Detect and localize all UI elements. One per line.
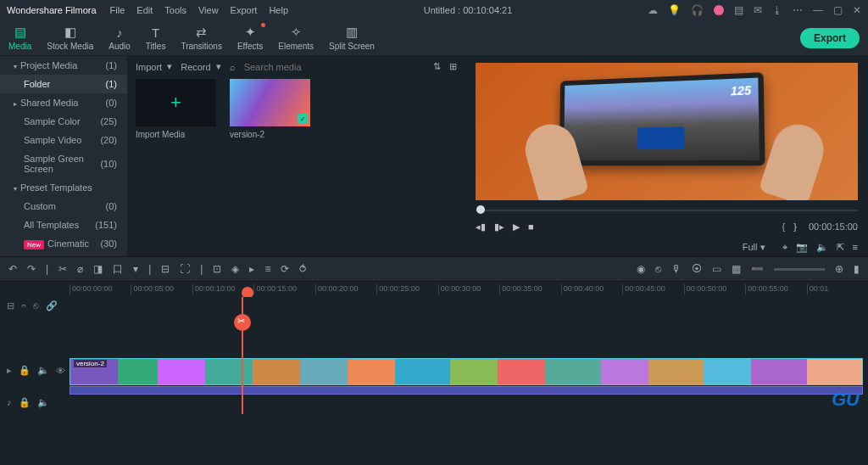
nav-button[interactable]: ▸	[249, 263, 254, 275]
tab-stock-media[interactable]: ◧Stock Media	[47, 25, 93, 51]
audio-clip[interactable]	[70, 386, 863, 395]
scrub-bar[interactable]	[476, 204, 858, 216]
crop-button[interactable]: ◨	[93, 263, 103, 275]
account-icon[interactable]	[714, 5, 724, 15]
filter-icon[interactable]: ⇅	[433, 61, 441, 72]
sidebar-item-custom[interactable]: Custom(0)	[0, 197, 127, 216]
sidebar-item-shared-media[interactable]: ▸Shared Media(0)	[0, 93, 127, 112]
lock-icon[interactable]: 🔒	[19, 365, 31, 376]
cloud-icon[interactable]: ☁	[648, 4, 658, 16]
delete-button[interactable]: ⌀	[77, 263, 83, 275]
cursor-icon[interactable]: ⌖	[782, 242, 787, 253]
message-icon[interactable]: ✉	[754, 4, 762, 16]
menu-help[interactable]: Help	[269, 5, 288, 15]
stop-button[interactable]: ■	[528, 221, 534, 232]
menu-view[interactable]: View	[198, 5, 219, 15]
keyframe-button[interactable]: ◈	[231, 263, 239, 275]
import-dropdown[interactable]: Import▾	[136, 61, 172, 72]
timeline-ruler[interactable]: 00:00:00:00 00:00:05:00 00:00:10:00 00:0…	[0, 282, 868, 297]
visibility-icon[interactable]: 👁	[56, 366, 65, 376]
sidebar-item-sample-video[interactable]: Sample Video(20)	[0, 131, 127, 149]
mark-out-icon[interactable]: }	[793, 221, 797, 232]
export-button[interactable]: Export	[800, 28, 860, 48]
fit-icon[interactable]: ▭	[712, 263, 721, 275]
menu-export[interactable]: Export	[231, 5, 258, 15]
mixer-button[interactable]: ≡	[264, 263, 270, 275]
sidebar-item-instagram-story[interactable]: HOTInstagram Story(8)	[0, 253, 127, 256]
sidebar-item-sample-color[interactable]: Sample Color(25)	[0, 112, 127, 131]
import-media-tile[interactable]: + Import Media	[136, 79, 216, 139]
tab-transitions[interactable]: ⇄Transitions	[181, 25, 222, 51]
mute-icon[interactable]: 🔈	[37, 397, 49, 408]
headset-icon[interactable]: 🎧	[691, 4, 704, 16]
cut-button[interactable]: ✂	[58, 263, 67, 275]
speed-button[interactable]: 口	[113, 262, 123, 277]
snapshot-icon[interactable]: 📷	[796, 242, 808, 253]
track-toggle-icon[interactable]: ▸	[7, 365, 12, 376]
menu-file[interactable]: File	[110, 5, 125, 15]
sidebar-item-preset-templates[interactable]: ▾Preset Templates	[0, 178, 127, 197]
tracks-icon[interactable]: ▦	[732, 263, 741, 275]
close-button[interactable]: ✕	[853, 4, 861, 16]
redo-button[interactable]: ↷	[27, 263, 36, 275]
preview-viewport[interactable]: 125	[476, 63, 858, 200]
sidebar-item-cinematic[interactable]: NewCinematic(30)	[0, 234, 127, 253]
sidebar-item-project-media[interactable]: ▾Project Media(1)	[0, 56, 127, 75]
notes-icon[interactable]: ▤	[734, 4, 743, 16]
maximize-button[interactable]: ▢	[833, 4, 843, 16]
zoom-out-button[interactable]: ➖	[751, 263, 764, 275]
play-button[interactable]: ▶	[513, 221, 520, 232]
step-back-button[interactable]: ◂▮	[476, 221, 486, 232]
link-icon[interactable]: 🔗	[46, 300, 58, 311]
lock-icon[interactable]: 🔒	[19, 397, 31, 408]
zoom-slider[interactable]	[774, 268, 825, 271]
scrub-knob[interactable]	[476, 205, 485, 214]
bulb-icon[interactable]: 💡	[668, 4, 681, 16]
freeze-button[interactable]: ⛶	[180, 263, 190, 275]
sidebar-item-folder[interactable]: Folder(1)	[0, 75, 127, 93]
color-button[interactable]: ⊟	[161, 263, 170, 275]
more-icon[interactable]: ⋯	[793, 4, 803, 16]
equal-icon[interactable]: 𝄐	[21, 300, 26, 311]
tab-titles[interactable]: TTitles	[146, 25, 166, 51]
record-icon[interactable]: ◉	[637, 263, 645, 275]
media-clip-tile[interactable]: ✓ version-2	[230, 79, 310, 139]
mute-icon[interactable]: 🔈	[37, 365, 49, 376]
chevron-down-icon[interactable]: ▾	[133, 263, 138, 275]
menu-tools[interactable]: Tools	[164, 5, 186, 15]
mark-in-icon[interactable]: {	[782, 221, 786, 232]
panel-toggle-icon[interactable]: ▮	[854, 263, 860, 275]
sidebar-item-sample-green-screen[interactable]: Sample Green Screen(10)	[0, 149, 127, 178]
target-icon[interactable]: ⦿	[692, 263, 702, 275]
grid-view-icon[interactable]: ⊞	[449, 61, 457, 72]
zoom-in-button[interactable]: ⊕	[835, 263, 843, 275]
tab-elements[interactable]: ✧Elements	[278, 25, 314, 51]
playhead[interactable]: ✂	[242, 297, 243, 414]
download-icon[interactable]: ⭳	[772, 4, 782, 16]
tab-split-screen[interactable]: ▥Split Screen	[329, 25, 375, 51]
loop-button[interactable]: ⥀	[299, 263, 306, 275]
menu-edit[interactable]: Edit	[136, 5, 153, 15]
preview-timecode: 00:00:15:00	[809, 221, 858, 232]
collapse-icon[interactable]: ⊟	[7, 300, 14, 311]
video-clip[interactable]: version-2	[70, 358, 863, 385]
magnet-icon[interactable]: ⎋	[655, 263, 661, 275]
sidebar-item-all-templates[interactable]: All Templates(151)	[0, 216, 127, 234]
undo-button[interactable]: ↶	[8, 263, 17, 275]
tab-audio[interactable]: ♪Audio	[108, 25, 131, 51]
minimize-button[interactable]: —	[813, 4, 823, 16]
snap-icon[interactable]: ⎋	[33, 300, 39, 311]
record-dropdown[interactable]: Record▾	[181, 61, 220, 72]
render-button[interactable]: ⟳	[281, 263, 289, 275]
tab-media[interactable]: ▤Media	[8, 25, 31, 51]
audio-track-icon[interactable]: ♪	[7, 397, 12, 408]
search-input[interactable]	[244, 62, 425, 72]
marker-button[interactable]: ⊡	[213, 263, 221, 275]
detach-icon[interactable]: ⇱	[837, 242, 844, 253]
quality-dropdown[interactable]: Full ▾	[743, 242, 765, 253]
play-reverse-button[interactable]: ▮▸	[494, 221, 504, 232]
volume-icon[interactable]: 🔈	[816, 242, 828, 253]
mic-icon[interactable]: 🎙	[671, 263, 682, 275]
settings-icon[interactable]: ≡	[853, 242, 858, 252]
tab-effects[interactable]: ✦Effects	[237, 25, 263, 51]
